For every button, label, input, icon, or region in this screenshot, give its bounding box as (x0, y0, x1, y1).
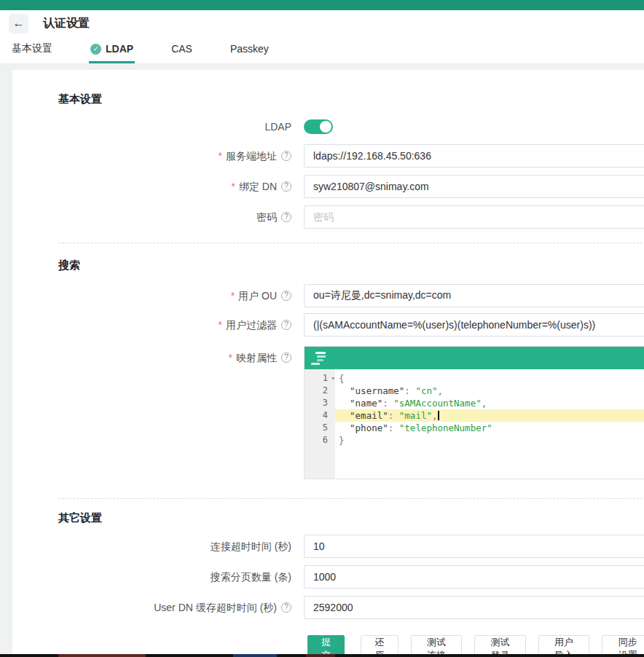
user-ou-input[interactable] (304, 284, 644, 307)
section-title-basic: 基本设置 (58, 92, 644, 106)
user-filter-control (304, 313, 644, 337)
ldap-enabled-toggle[interactable] (304, 119, 333, 134)
section-title-other: 其它设置 (58, 511, 644, 525)
password-label: 密码 (256, 210, 277, 224)
tab-basic-settings[interactable]: 基本设置 (10, 36, 54, 63)
page-size-input[interactable] (304, 565, 644, 589)
tab-passkey-label: Passkey (230, 43, 269, 55)
conn-timeout-input[interactable] (304, 535, 644, 558)
test-connection-button[interactable]: 测试连接 (411, 635, 463, 656)
tab-cas-label: CAS (171, 43, 192, 55)
format-code-icon[interactable] (311, 352, 326, 365)
dashed-divider (58, 243, 644, 243)
required-marker: * (219, 318, 222, 332)
sync-settings-button[interactable]: 同步设置 (602, 635, 644, 656)
user-ou-row: * 用户 OU ? (12, 284, 644, 307)
user-filter-input[interactable] (304, 313, 644, 337)
tab-ldap-label: LDAP (106, 43, 133, 55)
page-size-control (304, 565, 644, 589)
submit-button[interactable]: 提交 (307, 635, 345, 656)
json-code-editor: 1▾{2 "username": "cn",3 "name": "sAMAcco… (304, 346, 644, 479)
server-address-control (304, 144, 644, 168)
top-accent-bar (0, 0, 644, 10)
taskbar-fragment (306, 654, 335, 657)
tab-ldap[interactable]: ✓ LDAP (89, 36, 135, 63)
page-title: 认证设置 (43, 16, 90, 31)
password-label-wrap: 密码 ? (12, 210, 291, 224)
taskbar-fragment (233, 654, 277, 657)
dashed-divider (58, 498, 644, 499)
user-filter-label-wrap: * 用户过滤器 ? (12, 318, 291, 332)
help-icon[interactable]: ? (281, 291, 291, 301)
fold-caret-icon[interactable]: ▾ (331, 372, 335, 385)
map-attrs-label: 映射属性 (236, 350, 277, 365)
help-glyph: ? (284, 179, 288, 194)
map-attrs-label-wrap: * 映射属性 ? (12, 346, 291, 365)
restore-button[interactable]: 还原 (361, 635, 398, 656)
page-size-label: 搜索分页数量 (条) (211, 570, 291, 584)
dn-cache-label-wrap: User DN 缓存超时时间 (秒) ? (12, 600, 291, 615)
auth-settings-page: ← 认证设置 基本设置 ✓ LDAP CAS Passkey 基本设置 LDAP (0, 0, 644, 657)
tab-basic-settings-label: 基本设置 (12, 42, 52, 55)
help-glyph: ? (284, 149, 288, 163)
section-title-search: 搜索 (58, 258, 644, 272)
dn-cache-input[interactable] (304, 596, 644, 619)
ldap-toggle-label: LDAP (264, 119, 291, 134)
help-icon[interactable]: ? (281, 212, 291, 222)
help-icon[interactable]: ? (281, 151, 291, 161)
taskbar-edge (0, 654, 644, 657)
toggle-knob (320, 121, 331, 133)
server-address-label-wrap: * 服务端地址 ? (12, 149, 291, 163)
server-address-input[interactable] (304, 144, 644, 168)
server-address-row: * 服务端地址 ? (12, 144, 644, 168)
user-ou-label: 用户 OU (238, 288, 277, 303)
tab-cas[interactable]: CAS (170, 36, 194, 63)
bind-dn-input[interactable] (304, 175, 644, 198)
back-arrow-icon: ← (13, 17, 25, 30)
user-import-button[interactable]: 用户导入 (538, 635, 590, 656)
server-address-label: 服务端地址 (226, 149, 277, 163)
conn-timeout-control (304, 535, 644, 558)
password-input[interactable] (304, 205, 644, 229)
required-marker: * (231, 288, 235, 303)
help-icon[interactable]: ? (281, 181, 291, 192)
content-background: 基本设置 LDAP * 服务端地址 ? (0, 64, 644, 654)
required-marker: * (229, 350, 232, 365)
help-icon[interactable]: ? (281, 602, 291, 613)
help-icon[interactable]: ? (281, 353, 291, 363)
text-cursor (438, 411, 439, 420)
conn-timeout-label: 连接超时时间 (秒) (211, 539, 291, 554)
conn-timeout-label-wrap: 连接超时时间 (秒) (12, 539, 291, 554)
editor-toolbar (305, 347, 644, 369)
action-buttons: 提交 还原 测试连接 测试登录 用户导入 同步设置 (307, 635, 644, 656)
help-icon[interactable]: ? (281, 320, 291, 330)
dn-cache-control (304, 596, 644, 619)
bind-dn-label-wrap: * 绑定 DN ? (12, 179, 291, 194)
bind-dn-label: 绑定 DN (239, 179, 277, 194)
required-marker: * (219, 149, 222, 163)
user-ou-control (304, 284, 644, 307)
map-attrs-control: 1▾{2 "username": "cn",3 "name": "sAMAcco… (304, 346, 644, 479)
required-marker: * (231, 179, 235, 194)
code-editor-lines[interactable]: 1▾{2 "username": "cn",3 "name": "sAMAcco… (305, 369, 644, 479)
help-glyph: ? (284, 350, 288, 365)
back-button[interactable]: ← (9, 14, 28, 34)
tab-passkey[interactable]: Passkey (229, 36, 270, 63)
ldap-toggle-row: LDAP (12, 117, 644, 137)
help-glyph: ? (284, 318, 288, 332)
user-filter-row: * 用户过滤器 ? (12, 313, 644, 337)
test-login-button[interactable]: 测试登录 (474, 635, 526, 656)
ldap-toggle-label-wrap: LDAP (12, 119, 291, 134)
dn-cache-label: User DN 缓存超时时间 (秒) (154, 600, 277, 615)
dn-cache-row: User DN 缓存超时时间 (秒) ? (12, 596, 644, 619)
user-filter-label: 用户过滤器 (226, 318, 277, 332)
bind-dn-control (304, 175, 644, 198)
check-glyph: ✓ (93, 45, 99, 52)
password-row: 密码 ? (12, 205, 644, 229)
check-circle-icon: ✓ (90, 44, 101, 55)
help-glyph: ? (284, 600, 288, 615)
settings-card: 基本设置 LDAP * 服务端地址 ? (12, 70, 644, 657)
ldap-toggle-control (304, 119, 644, 134)
map-attrs-row: * 映射属性 ? 1▾{2 "username": "cn",3 "name":… (12, 346, 644, 479)
page-size-label-wrap: 搜索分页数量 (条) (12, 570, 291, 584)
